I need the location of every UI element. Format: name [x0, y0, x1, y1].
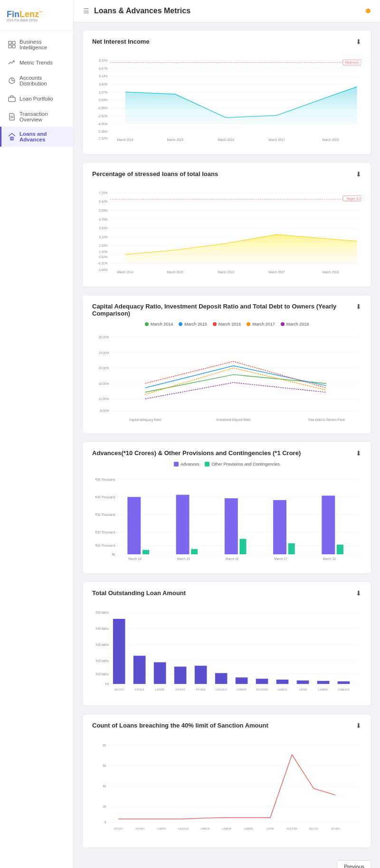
previous-button[interactable]: Previous	[337, 860, 371, 868]
logo: FinLenz™ DSS For Bank CFOs	[7, 9, 66, 22]
sidebar-item-transaction-overview[interactable]: Transaction Overview	[0, 107, 73, 127]
svg-text:SECCC: SECCC	[114, 688, 124, 691]
svg-text:₹20 Thousand: ₹20 Thousand	[95, 531, 115, 534]
svg-text:March 2014: March 2014	[117, 138, 134, 141]
svg-text:-0.21%: -0.21%	[98, 262, 108, 265]
svg-text:8.20%: 8.20%	[99, 59, 108, 62]
card-loans-breaching: Count of Loans breaching the 40% limit o…	[82, 714, 371, 848]
svg-text:LAMRD: LAMRD	[244, 827, 253, 830]
legend-label: Other Provisions and Contingencies	[211, 462, 280, 467]
advances-provisions-chart: ₹50 Thousand ₹40 Thousand ₹30 Thousand ₹…	[92, 469, 361, 566]
legend-item: March 2017	[247, 322, 275, 327]
svg-text:LAMCS: LAMCS	[200, 827, 209, 830]
card-header: Total Outstanding Loan Amount ⬇	[92, 589, 361, 597]
logo-area: FinLenz™ DSS For Bank CFOs	[0, 5, 73, 31]
sidebar-label: Loans and Advances	[19, 131, 66, 142]
svg-text:March 2015: March 2015	[167, 138, 184, 141]
svg-text:₹10 lakhs: ₹10 lakhs	[95, 672, 109, 676]
svg-text:-1.04%: -1.04%	[98, 268, 108, 271]
svg-text:SCCFDR: SCCFDR	[256, 688, 268, 691]
svg-rect-103	[273, 500, 286, 554]
trending-up-icon	[8, 59, 16, 66]
sidebar-item-loans-and-advances[interactable]: Loans and Advances	[0, 127, 73, 147]
sidebar-item-business-intelligence[interactable]: Business Intelligence	[0, 35, 73, 55]
svg-text:LAPM: LAPM	[299, 688, 306, 691]
logo-tm: ™	[39, 10, 43, 15]
svg-text:24.00%: 24.00%	[98, 351, 109, 355]
svg-rect-131	[256, 679, 268, 684]
svg-text:March 2015: March 2015	[167, 271, 184, 274]
sidebar-item-loan-portfolio[interactable]: Loan Portfolio	[0, 91, 73, 107]
sidebar-item-metric-trends[interactable]: Metric Trends	[0, 55, 73, 71]
svg-text:40: 40	[103, 784, 106, 788]
svg-text:March 2014: March 2014	[117, 271, 134, 274]
svg-rect-102	[239, 539, 246, 554]
svg-text:March 15: March 15	[177, 557, 190, 560]
briefcase-icon	[8, 95, 16, 103]
download-icon[interactable]: ⬇	[356, 38, 361, 46]
download-icon[interactable]: ⬇	[356, 449, 361, 457]
svg-text:March 2018: March 2018	[323, 271, 339, 274]
svg-text:20: 20	[103, 805, 106, 808]
svg-text:2.20%: 2.20%	[99, 244, 108, 247]
svg-text:Total Debt to Owners Fund: Total Debt to Owners Fund	[308, 418, 345, 421]
top-bar: ☰ Loans & Advances Metrics	[74, 0, 380, 22]
sidebar-label: Transaction Overview	[19, 111, 66, 122]
svg-text:16.00%: 16.00%	[98, 382, 109, 385]
svg-text:-5.59%: -5.59%	[98, 130, 108, 133]
svg-rect-99	[176, 495, 190, 554]
download-icon[interactable]: ⬇	[356, 303, 361, 310]
svg-rect-124	[113, 619, 125, 684]
svg-text:LAPM: LAPM	[266, 827, 274, 830]
svg-rect-98	[142, 550, 149, 554]
sidebar-label: Metric Trends	[19, 60, 53, 65]
card-title: Capital Adequacy Ratio, Investment Depos…	[92, 303, 356, 317]
svg-text:LAGOLD: LAGOLD	[216, 688, 227, 691]
pagination-area: Previous	[74, 856, 380, 868]
sidebar-label: Accounts Distribution	[19, 75, 66, 86]
download-icon[interactable]: ⬇	[356, 722, 361, 729]
loans-breaching-chart: 80 60 40 20 0 HYST	[92, 734, 361, 840]
svg-rect-135	[338, 681, 350, 684]
legend-label: March 2015	[184, 322, 207, 327]
svg-text:₹50 lakhs: ₹50 lakhs	[95, 611, 109, 614]
card-title: Net Interest Income	[92, 38, 150, 45]
card-capital-adequacy: Capital Adequacy Ratio, Investment Depos…	[82, 295, 371, 434]
legend: March 2014 March 2015 March 2016 March 2…	[92, 322, 361, 327]
menu-icon[interactable]: ☰	[83, 7, 89, 15]
svg-text:STVEH: STVEH	[331, 827, 340, 830]
svg-rect-132	[276, 680, 289, 684]
download-icon[interactable]: ⬇	[356, 170, 361, 178]
svg-text:March 2016: March 2016	[218, 138, 234, 141]
card-title: Count of Loans breaching the 40% limit o…	[92, 722, 268, 729]
svg-text:HYVEH: HYVEH	[135, 827, 144, 830]
svg-text:March 14: March 14	[129, 557, 142, 560]
svg-text:-2.52%: -2.52%	[98, 114, 108, 118]
sidebar-item-accounts-distribution[interactable]: Accounts Distribution	[0, 71, 73, 91]
svg-text:₹40 lakhs: ₹40 lakhs	[95, 627, 109, 630]
svg-text:₹30 lakhs: ₹30 lakhs	[95, 643, 109, 646]
svg-text:28.00%: 28.00%	[98, 336, 109, 339]
download-icon[interactable]: ⬇	[356, 589, 361, 597]
svg-text:LAFDR: LAFDR	[155, 688, 165, 691]
svg-text:₹0: ₹0	[105, 682, 109, 686]
card-title: Advances(*10 Crores) & Other Provisions …	[92, 449, 301, 457]
svg-text:HYVEH: HYVEH	[196, 688, 205, 691]
svg-rect-2	[9, 45, 11, 48]
svg-rect-129	[215, 673, 228, 684]
svg-text:6.67%: 6.67%	[99, 67, 108, 70]
svg-rect-130	[236, 677, 248, 684]
svg-text:0.54%: 0.54%	[99, 98, 108, 102]
svg-rect-133	[297, 681, 309, 684]
card-header: Capital Adequacy Ratio, Investment Depos…	[92, 303, 361, 317]
svg-text:20.00%: 20.00%	[98, 366, 109, 370]
sidebar-label: Business Intelligence	[19, 39, 66, 50]
svg-rect-3	[12, 45, 15, 48]
svg-text:60: 60	[103, 764, 106, 767]
notification-dot[interactable]	[366, 9, 370, 13]
svg-text:8.00%: 8.00%	[100, 409, 109, 412]
svg-text:₹20 lakhs: ₹20 lakhs	[95, 659, 109, 663]
svg-rect-127	[174, 667, 187, 684]
svg-marker-69	[125, 234, 357, 263]
svg-text:LAFDR: LAFDR	[157, 827, 166, 830]
